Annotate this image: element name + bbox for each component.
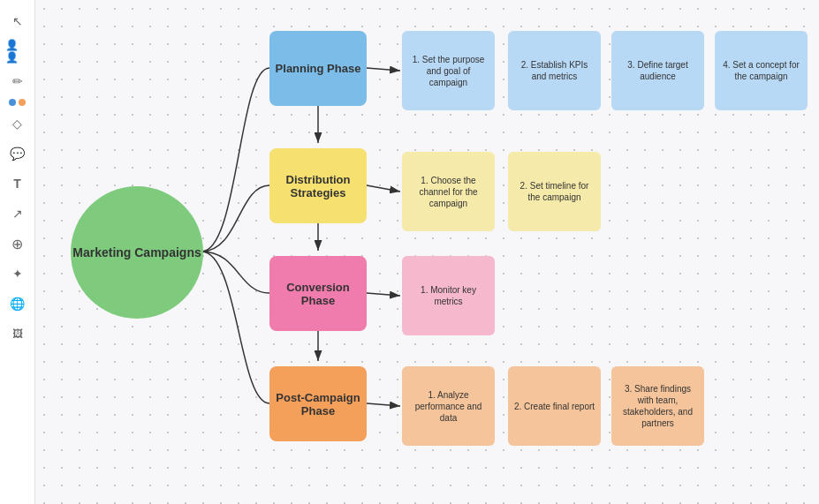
- cursor-icon[interactable]: ↖: [5, 9, 30, 34]
- card-conversion-1[interactable]: 1. Monitor key metrics: [402, 256, 495, 335]
- network-icon[interactable]: ⊕: [5, 231, 30, 256]
- card-planning-2[interactable]: 2. Establish KPIs and metrics: [508, 31, 601, 110]
- line-center-conversion: [201, 252, 269, 293]
- line-center-postcampaign: [201, 252, 269, 403]
- star-icon[interactable]: ✦: [5, 261, 30, 286]
- phase-postcampaign-label: Post-CampaignPhase: [276, 391, 360, 417]
- phase-conversion-label: ConversionPhase: [286, 281, 350, 307]
- card-planning-3[interactable]: 3. Define target audience: [611, 31, 704, 110]
- line-center-distribution: [201, 185, 269, 252]
- card-planning-2-label: 2. Establish KPIs and metrics: [513, 59, 595, 82]
- globe-icon[interactable]: 🌐: [5, 291, 30, 316]
- card-postcampaign-3[interactable]: 3. Share findings with team, stakeholder…: [611, 366, 704, 446]
- shape-icon[interactable]: ◇: [5, 111, 30, 136]
- phase-distribution-label: DistributionStrategies: [286, 173, 351, 199]
- card-planning-4[interactable]: 4. Set a concept for the campaign: [715, 31, 808, 110]
- phase-planning-label: Planning Phase: [276, 62, 361, 75]
- card-postcampaign-1-label: 1. Analyze performance and data: [407, 389, 489, 424]
- arrow-planning-card1: [367, 68, 400, 71]
- card-distribution-2[interactable]: 2. Set timeline for the campaign: [508, 152, 601, 231]
- comment-icon[interactable]: 💬: [5, 141, 30, 166]
- image-icon[interactable]: 🖼: [5, 321, 30, 346]
- toolbar: ↖ 👤👤 ✏ ◇ 💬 T ↗ ⊕ ✦ 🌐 🖼: [0, 0, 35, 504]
- phase-postcampaign[interactable]: Post-CampaignPhase: [269, 366, 367, 441]
- card-distribution-1[interactable]: 1. Choose the channel for the campaign: [402, 152, 495, 231]
- line-center-planning: [201, 68, 269, 252]
- card-planning-3-label: 3. Define target audience: [617, 59, 699, 82]
- card-planning-1-label: 1. Set the purpose and goal of campaign: [407, 54, 489, 88]
- blue-dot: [9, 99, 16, 106]
- card-postcampaign-1[interactable]: 1. Analyze performance and data: [402, 366, 495, 446]
- center-node[interactable]: Marketing Campaigns: [71, 186, 203, 319]
- arrow-conversion-card1: [367, 293, 400, 296]
- card-planning-1[interactable]: 1. Set the purpose and goal of campaign: [402, 31, 495, 110]
- card-distribution-2-label: 2. Set timeline for the campaign: [513, 180, 595, 203]
- pencil-icon[interactable]: ✏: [5, 69, 30, 94]
- card-conversion-1-label: 1. Monitor key metrics: [407, 284, 489, 307]
- color-dots: [9, 99, 26, 106]
- text-icon[interactable]: T: [5, 171, 30, 196]
- arrow-postcampaign-card1: [367, 403, 400, 406]
- phase-planning[interactable]: Planning Phase: [269, 31, 367, 106]
- card-postcampaign-2-label: 2. Create final report: [514, 401, 595, 412]
- card-postcampaign-3-label: 3. Share findings with team, stakeholder…: [617, 383, 699, 429]
- center-node-label: Marketing Campaigns: [72, 245, 201, 260]
- card-distribution-1-label: 1. Choose the channel for the campaign: [407, 175, 489, 209]
- phase-distribution[interactable]: DistributionStrategies: [269, 148, 367, 223]
- phase-conversion[interactable]: ConversionPhase: [269, 256, 367, 331]
- canvas: Marketing Campaigns Planning Phase Distr…: [35, 0, 819, 504]
- card-planning-4-label: 4. Set a concept for the campaign: [720, 59, 802, 82]
- line-icon[interactable]: ↗: [5, 201, 30, 226]
- users-icon[interactable]: 👤👤: [5, 39, 30, 64]
- arrow-distribution-card1: [367, 185, 400, 192]
- orange-dot: [19, 99, 26, 106]
- card-postcampaign-2[interactable]: 2. Create final report: [508, 366, 601, 446]
